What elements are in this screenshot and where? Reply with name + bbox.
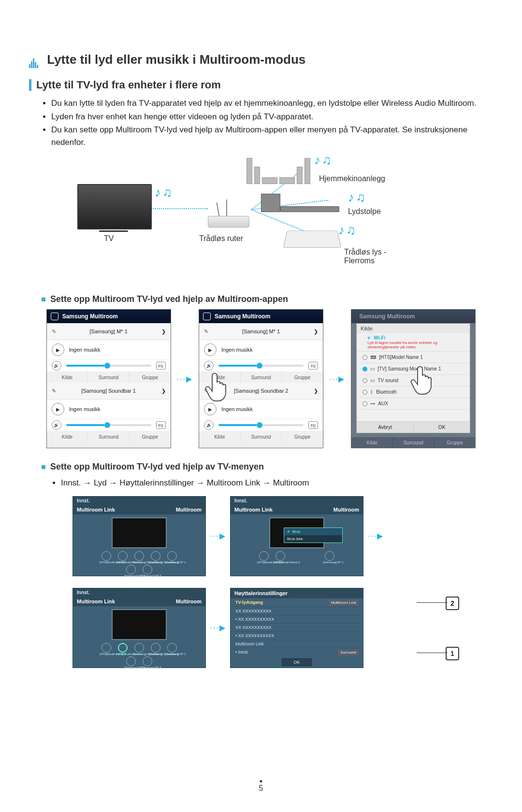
segment-surround[interactable]: Surround — [88, 372, 130, 383]
segment-group[interactable]: Gruppe — [130, 372, 171, 383]
subsection-heading-tvmenu-text: Sette opp Multiroom TV-lyd ved hjelp av … — [50, 462, 264, 472]
popup-option-use[interactable]: ✔ Bruk — [284, 528, 342, 535]
diagram-label-soundbar: Lydstolpe — [348, 207, 381, 216]
setting-row: • XX XXXXXXXXXX — [231, 631, 363, 640]
now-playing-label: Ingen musikk — [69, 347, 101, 353]
source-wifi-block: ᯤ Wi-Fi Lytt til lagret musikk fra andre… — [357, 333, 470, 352]
section-heading: Lytte til TV-lyd fra enheter i flere rom — [29, 79, 493, 91]
ok-button[interactable]: OK — [282, 658, 312, 666]
app-card-2: Samsung Multiroom ✎ [Samsung] M* 1 ❯ ▶In… — [199, 309, 323, 448]
source-item-tv[interactable]: ▭[TV] Samsung Model Name 1 — [357, 363, 470, 375]
speaker-segments: Kilde Surround Gruppe — [47, 431, 171, 442]
segment-group[interactable]: Gruppe — [282, 431, 323, 442]
multiroom-diagram: ♪ ♫ ♪ ♫ ♪ ♫ ♪ ♫ TV Trådløs ruter Hjemmek… — [77, 155, 445, 281]
source-item-aux[interactable]: ⊶AUX — [357, 398, 470, 410]
app-header: Samsung Multiroom — [47, 310, 171, 323]
now-playing-label: Ingen musikk — [69, 406, 101, 412]
segment-source[interactable]: Kilde — [199, 431, 241, 442]
speaker-segments: Kilde Surround Gruppe — [47, 372, 171, 383]
volume-icon[interactable]: 🔊 — [52, 420, 61, 430]
speaker-title-row[interactable]: ✎ [Samsung] Soundbar 2 ❯ — [199, 383, 323, 399]
segment-source[interactable]: Kilde — [47, 431, 88, 442]
segment-surround[interactable]: Surround — [88, 431, 130, 442]
volume-slider[interactable] — [66, 424, 151, 426]
diagram-label-router: Trådløs ruter — [199, 234, 243, 243]
highlight-box: Surround — [338, 650, 358, 655]
setting-row: XX XXXXXXXXXX — [231, 607, 363, 615]
wireless-speaker-illustration — [285, 228, 338, 256]
ok-button[interactable]: OK — [414, 422, 470, 433]
intro-bullet: Du kan sette opp Multiroom TV-lyd ved hj… — [51, 124, 493, 148]
setting-row-multiroom-link[interactable]: Multiroom Link — [231, 640, 363, 648]
flow-arrow-icon: ···▶ — [177, 374, 193, 384]
volume-row: 🔊 EQ — [47, 419, 171, 431]
segment-source[interactable]: Kilde — [47, 372, 88, 383]
volume-row: 🔊 EQ — [47, 360, 171, 372]
popup-option-dont-use[interactable]: Bruk ikke — [284, 535, 342, 542]
speaker-settings-title: Høyttalerinnstillinger — [231, 588, 363, 598]
intro-bullets: Du kan lytte til lyden fra TV-apparatet … — [29, 97, 493, 148]
volume-slider[interactable] — [66, 365, 151, 367]
subsection-heading-app: Sette opp Multiroom TV-lyd ved hjelp av … — [42, 294, 493, 304]
source-item-bluetooth[interactable]: ᛒBluetooth — [357, 386, 470, 398]
speaker-name: [Samsung] Soundbar 2 — [234, 388, 289, 394]
now-playing-row: ▶ Ingen musikk — [47, 399, 171, 419]
gear-icon — [51, 313, 58, 320]
flow-arrow-icon: ···▶ — [206, 623, 230, 632]
music-notes-icon: ♪ ♫ — [155, 185, 171, 200]
segment-surround[interactable]: Surround — [241, 431, 282, 442]
tv-panel-device-selected: Innst. Multiroom LinkMultiroom [HTS]Mode… — [72, 588, 206, 668]
segment-surround[interactable]: Surround — [241, 372, 282, 383]
eq-button[interactable]: EQ — [156, 362, 166, 370]
source-dialog-buttons: Avbryt OK — [357, 421, 470, 433]
play-button[interactable]: ▶ — [52, 343, 64, 356]
source-item-tvsound[interactable]: ▭TV sound — [357, 375, 470, 386]
section-heading-text: Lytte til TV-lyd fra enheter i flere rom — [36, 79, 221, 91]
callout-connector — [417, 602, 448, 603]
tv-illustration — [77, 184, 150, 232]
diagram-label-hts: Hjemmekinoanlegg — [319, 174, 385, 183]
app-card-source-dialog: Samsung Multiroom Kilde ᯤ Wi-Fi Lytt til… — [351, 309, 476, 448]
square-bullet-icon — [42, 298, 45, 301]
flow-arrow-icon: ···▶ — [329, 374, 345, 384]
now-playing-row: ▶ Ingen musikk — [47, 340, 171, 360]
source-dialog: Kilde ᯤ Wi-Fi Lytt til lagret musikk fra… — [356, 323, 470, 433]
background-segments: Kilde Surround Gruppe — [351, 437, 475, 448]
flow-arrow-icon: ···▶ — [206, 531, 230, 541]
setting-row: • XX XXXXXXXXXX — [231, 615, 363, 623]
speaker-title-row[interactable]: ✎ [Samsung] M* 1 ❯ — [47, 323, 171, 340]
tvmenu-path: Innst. → Lyd → Høyttalerinnstillinger → … — [61, 477, 493, 489]
segment-source[interactable]: Kilde — [199, 372, 241, 383]
speaker-name: [Samsung] M* 1 — [242, 328, 280, 334]
diagram-label-speaker: Trådløs lys - Flerroms — [344, 248, 386, 265]
tv-panel-select-use: Innst. Multiroom LinkMultiroom [HTS]Mode… — [230, 496, 363, 576]
setting-row-tv-output[interactable]: TV-lydutgang Multiroom Link — [231, 598, 363, 607]
page-title-text: Lytte til lyd eller musikk i Multiroom-m… — [47, 52, 305, 67]
tv-panel-speaker-settings: Høyttalerinnstillinger TV-lydutgang Mult… — [230, 588, 363, 668]
play-button[interactable]: ▶ — [52, 403, 64, 415]
eq-button[interactable]: EQ — [156, 421, 166, 429]
bluetooth-icon: ᛒ — [370, 389, 373, 395]
volume-icon[interactable]: 🔊 — [52, 361, 61, 370]
speaker-title-row[interactable]: ✎ [Samsung] Soundbar 1 ❯ — [47, 383, 171, 399]
intro-bullet: Lyden fra hver enhet kan henge etter vid… — [51, 111, 493, 123]
edit-icon: ✎ — [52, 388, 56, 394]
chevron-right-icon: ❯ — [161, 388, 166, 394]
page-title: Lytte til lyd eller musikk i Multiroom-m… — [29, 52, 493, 67]
segment-group[interactable]: Gruppe — [130, 431, 171, 442]
diagram-label-tv: TV — [104, 234, 114, 243]
speaker-name: [Samsung] M* 1 — [90, 328, 128, 334]
speaker-title-row[interactable]: ✎ [Samsung] M* 1 ❯ — [199, 323, 323, 340]
chevron-right-icon: ❯ — [161, 328, 166, 335]
music-notes-icon: ♪ ♫ — [348, 190, 364, 205]
callout-number-1: 1 — [446, 647, 459, 660]
app-screenshots-row: Samsung Multiroom ✎ [Samsung] M* 1 ❯ ▶ I… — [29, 309, 493, 448]
edit-icon: ✎ — [52, 328, 56, 335]
setting-row-innst[interactable]: • Innst. Surround — [231, 648, 363, 656]
segment-group[interactable]: Gruppe — [282, 372, 323, 383]
app-header: Samsung Multiroom — [199, 310, 323, 323]
tv-use-popup: ✔ Bruk Bruk ikke — [284, 527, 343, 543]
source-item-hts[interactable]: 📼[HTS]Model Name 1 — [357, 352, 470, 363]
music-notes-icon: ♪ ♫ — [314, 153, 331, 168]
cancel-button[interactable]: Avbryt — [357, 422, 414, 433]
